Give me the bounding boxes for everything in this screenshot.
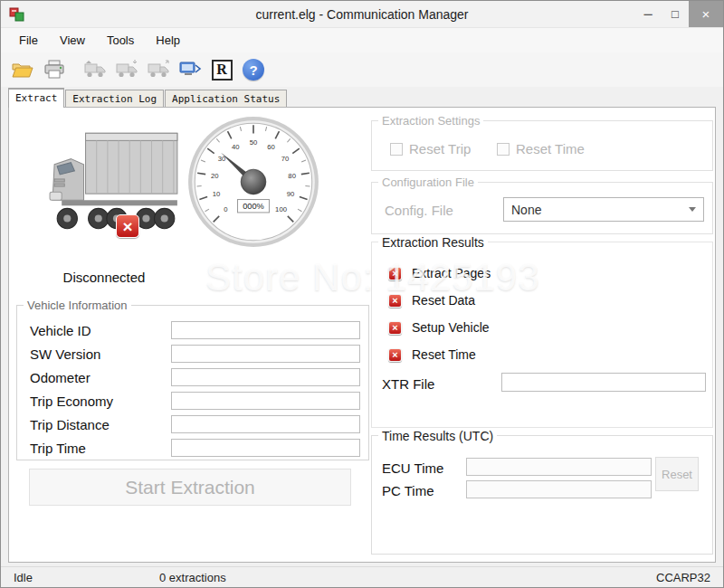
extraction-settings-title: Extraction Settings — [378, 114, 483, 128]
menu-view[interactable]: View — [49, 30, 96, 51]
ecu-time-label: ECU Time — [382, 460, 443, 476]
gauge-value-label: 000% — [243, 202, 264, 211]
status-port: CCARP32 — [656, 571, 710, 584]
ecu-time-input[interactable] — [466, 458, 652, 476]
result-reset-data: Reset Data — [388, 293, 475, 308]
vehicle-id-input[interactable] — [171, 321, 360, 339]
sw-version-label: SW Version — [30, 346, 171, 362]
configuration-file-title: Configuration File — [378, 175, 478, 189]
status-state: Idle — [14, 571, 33, 584]
reset-trip-checkbox-item: Reset Trip — [390, 141, 471, 156]
reset-trip-label: Reset Trip — [409, 141, 471, 156]
titlebar: current.elg - Communication Manager ─ □ … — [1, 1, 723, 28]
extract-tab-page: Disconnected 0102030405060708090100 000 — [8, 107, 716, 563]
trip-distance-input[interactable] — [171, 415, 360, 433]
trip-time-input[interactable] — [171, 439, 360, 457]
configuration-file-group: Configuration File Config. File None — [371, 182, 713, 234]
menu-help[interactable]: Help — [145, 30, 191, 51]
red-x-icon — [388, 294, 402, 308]
tab-extract[interactable]: Extract — [8, 88, 64, 108]
tabstrip: Extract Extraction Log Application Statu… — [1, 87, 723, 107]
connection-status-label: Disconnected — [27, 270, 181, 285]
connect-vehicle-button[interactable] — [81, 56, 110, 84]
maximize-button[interactable]: □ — [662, 1, 689, 27]
progress-gauge: 0102030405060708090100 000% — [186, 115, 320, 249]
menu-file[interactable]: File — [8, 30, 49, 51]
status-extractions: 0 extractions — [159, 571, 226, 584]
reset-time-checkbox[interactable] — [497, 143, 510, 156]
sw-version-row: SW Version — [17, 342, 368, 365]
communication-settings-button[interactable] — [176, 56, 205, 84]
print-button[interactable] — [40, 56, 69, 84]
toolbar: R ? — [1, 52, 723, 87]
extraction-settings-group: Extraction Settings Reset Trip Reset Tim… — [371, 120, 713, 171]
svg-text:70: 70 — [281, 155, 290, 163]
receive-data-button[interactable] — [144, 56, 173, 84]
red-x-icon — [388, 267, 402, 280]
time-results-title: Time Results (UTC) — [378, 429, 497, 443]
trip-distance-label: Trip Distance — [30, 417, 171, 432]
help-icon: ? — [243, 59, 264, 81]
config-file-dropdown[interactable]: None — [503, 197, 704, 222]
time-results-group: Time Results (UTC) ECU Time PC Time Rese… — [371, 435, 713, 555]
minimize-button[interactable]: ─ — [634, 1, 662, 27]
window-title: current.elg - Communication Manager — [1, 7, 723, 22]
vehicle-id-label: Vehicle ID — [30, 323, 171, 338]
pc-time-input[interactable] — [466, 480, 652, 498]
statusbar: Idle 0 extractions CCARP32 — [1, 566, 723, 587]
red-x-icon — [388, 321, 402, 335]
config-file-selected-value: None — [511, 203, 541, 217]
send-data-button[interactable] — [112, 56, 141, 84]
trip-economy-input[interactable] — [171, 392, 360, 410]
chevron-down-icon — [689, 207, 696, 212]
result-reset-time-label: Reset Time — [412, 347, 476, 362]
register-icon: R — [212, 60, 233, 81]
start-extraction-button[interactable]: Start Extraction — [29, 469, 351, 506]
trip-economy-label: Trip Economy — [30, 394, 171, 409]
truck-receive-icon — [147, 59, 170, 81]
trip-economy-row: Trip Economy — [17, 389, 368, 413]
menubar: File View Tools Help — [1, 28, 723, 52]
sw-version-input[interactable] — [171, 345, 360, 363]
vehicle-information-title: Vehicle Information — [24, 299, 131, 312]
close-button[interactable]: × — [689, 1, 723, 27]
extraction-results-group: Extraction Results Extract Pages Reset D… — [371, 242, 713, 428]
svg-text:60: 60 — [267, 143, 275, 151]
vehicle-id-row: Vehicle ID — [17, 318, 368, 342]
truck-graphic — [47, 128, 185, 247]
app-window: current.elg - Communication Manager ─ □ … — [0, 0, 724, 588]
pc-time-label: PC Time — [382, 483, 434, 498]
tab-application-status[interactable]: Application Status — [165, 90, 287, 107]
truck-connect-icon — [83, 59, 107, 81]
svg-text:20: 20 — [211, 172, 219, 180]
odometer-input[interactable] — [171, 368, 360, 386]
vehicle-information-group: Vehicle Information Vehicle ID SW Versio… — [16, 305, 369, 460]
svg-text:80: 80 — [288, 172, 296, 180]
svg-text:90: 90 — [287, 190, 295, 198]
xtr-file-input[interactable] — [501, 373, 706, 392]
trip-time-label: Trip Time — [30, 441, 171, 456]
trip-distance-row: Trip Distance — [17, 413, 368, 436]
odometer-label: Odometer — [30, 370, 171, 385]
help-button[interactable]: ? — [239, 56, 268, 84]
svg-text:100: 100 — [275, 205, 287, 213]
odometer-row: Odometer — [17, 365, 368, 389]
reset-trip-checkbox[interactable] — [390, 143, 403, 156]
printer-icon — [43, 59, 66, 81]
menu-tools[interactable]: Tools — [96, 30, 145, 51]
reset-time-label: Reset Time — [516, 141, 585, 156]
register-button[interactable]: R — [207, 56, 236, 84]
reset-time-button[interactable]: Reset — [655, 457, 699, 491]
result-reset-time: Reset Time — [388, 347, 476, 362]
extraction-results-title: Extraction Results — [378, 235, 488, 250]
app-icon — [9, 6, 24, 22]
svg-text:10: 10 — [213, 190, 221, 198]
svg-text:50: 50 — [250, 138, 258, 147]
reset-time-checkbox-item: Reset Time — [497, 141, 585, 156]
config-file-label: Config. File — [385, 203, 453, 218]
result-extract-pages: Extract Pages — [388, 266, 491, 280]
tab-extraction-log[interactable]: Extraction Log — [65, 90, 164, 107]
open-file-button[interactable] — [8, 56, 37, 84]
gauge-image: 0102030405060708090100 000% — [186, 115, 320, 249]
trip-time-row: Trip Time — [17, 436, 368, 460]
